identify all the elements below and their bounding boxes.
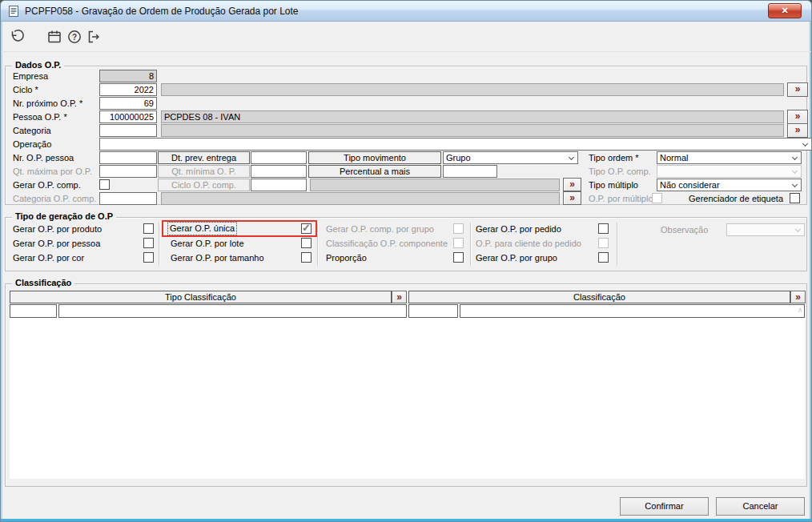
gerar-op-por-pessoa-checkbox[interactable] — [143, 238, 154, 248]
calendar-button[interactable] — [46, 29, 64, 46]
dt-prev-entrega-input[interactable] — [251, 151, 307, 164]
titlebar: PCPFP058 - Gravação de Ordem de Produção… — [1, 1, 811, 22]
gerar-op-unica-label: Gerar O.P. única — [168, 223, 236, 235]
gerar-op-por-produto-checkbox[interactable] — [143, 223, 154, 234]
gerar-op-por-tamanho-checkbox[interactable] — [301, 252, 312, 263]
app-window: PCPFP058 - Gravação de Ordem de Produção… — [0, 0, 812, 522]
exit-button[interactable] — [86, 29, 103, 46]
gerar-op-unica-checkbox[interactable] — [301, 223, 312, 234]
pessoa-op-input[interactable]: 100000025 — [99, 110, 157, 123]
gerar-op-por-cor-checkbox[interactable] — [143, 252, 154, 263]
group-tipo-geracao-legend: Tipo de geração de O.P — [12, 211, 116, 221]
tipo-movimento-value: Grupo — [446, 153, 471, 163]
tipo-classificacao-lookup-button[interactable]: » — [392, 291, 407, 303]
categoria-desc-field — [161, 124, 784, 137]
pessoa-op-lookup-button[interactable]: » — [787, 110, 808, 124]
qt-maxima-input[interactable] — [99, 165, 157, 178]
ciclo-lookup-button[interactable]: » — [787, 82, 808, 97]
column-header-tipo-classificacao: Tipo Classificação — [10, 291, 392, 303]
gerar-op-por-tamanho-label: Gerar O.P. por tamanho — [171, 253, 264, 263]
tipo-multiplo-combobox[interactable]: Não considerar — [657, 179, 802, 191]
ciclo-label: Ciclo * — [13, 85, 38, 95]
chevron-down-icon — [795, 227, 801, 232]
tipo-multiplo-value: Não considerar — [660, 180, 720, 190]
percentual-a-mais-input[interactable] — [443, 165, 497, 178]
refresh-button[interactable] — [9, 29, 26, 46]
gerar-op-por-pedido-label: Gerar O.P. por pedido — [476, 224, 561, 235]
nr-op-pessoa-input[interactable] — [99, 151, 157, 164]
table-row-cell[interactable] — [10, 304, 57, 318]
help-button[interactable]: ? — [66, 29, 84, 46]
tipo-op-comp-label: Tipo O.P. comp. — [589, 167, 651, 177]
exit-icon — [86, 29, 102, 45]
pessoa-op-desc-field: PCPDES 08 - IVAN — [161, 110, 784, 123]
divider — [159, 223, 159, 266]
refresh-icon — [9, 29, 25, 45]
group-classificacao-legend: Classificação — [12, 278, 74, 287]
chevron-down-icon — [792, 168, 798, 174]
cancelar-button[interactable]: Cancelar — [716, 497, 805, 516]
column-header-classificacao: Classificação — [408, 291, 790, 303]
gerar-op-por-pessoa-label: Gerar O.P. por pessoa — [13, 239, 100, 249]
op-por-multiplo-label: O.P. por múltiplo — [589, 194, 653, 204]
gerar-op-comp-label: Gerar O.P. comp. — [13, 180, 81, 191]
group-classificacao: Classificação Tipo Classificação » Class… — [5, 283, 807, 487]
gerenciador-etiqueta-checkbox[interactable] — [790, 193, 800, 203]
dt-prev-entrega-label: Dt. prev. entrega — [158, 151, 250, 164]
gerar-op-comp-por-grupo-checkbox — [453, 223, 464, 234]
group-dados-op: Dados O.P. Empresa 8 Ciclo * 2022 » Nr. … — [5, 66, 807, 205]
categoria-op-comp-lookup-button[interactable]: » — [563, 191, 581, 205]
nr-proximo-op-input[interactable]: 69 — [99, 97, 157, 110]
observacao-combobox — [726, 223, 805, 236]
ciclo-op-comp-input[interactable] — [251, 179, 307, 191]
classificacao-lookup-button[interactable]: » — [790, 291, 806, 303]
app-icon — [7, 5, 20, 18]
divider — [470, 223, 471, 266]
ciclo-op-comp-lookup-button[interactable]: » — [563, 178, 581, 191]
operacao-combobox[interactable] — [99, 138, 812, 151]
ciclo-desc-field — [161, 83, 784, 96]
table-row-cell[interactable] — [408, 304, 458, 318]
table-row-cell[interactable] — [58, 304, 407, 318]
tipo-movimento-combobox[interactable]: Grupo — [443, 151, 578, 164]
ciclo-input[interactable]: 2022 — [99, 83, 157, 96]
classificacao-table-body[interactable] — [10, 304, 805, 479]
tipo-op-comp-combobox — [657, 165, 802, 178]
gerar-op-por-lote-checkbox[interactable] — [301, 238, 312, 248]
chevron-down-icon — [569, 155, 574, 160]
op-para-cliente-do-pedido-checkbox — [598, 238, 609, 248]
tipo-ordem-combobox[interactable]: Normal — [657, 151, 802, 164]
qt-minima-label: Qt. mínima O. P. — [158, 165, 250, 178]
close-button[interactable]: ✕ — [768, 3, 802, 18]
close-icon: ✕ — [781, 6, 788, 15]
table-row-cell[interactable] — [460, 304, 805, 318]
nr-op-pessoa-label: Nr. O.P. pessoa — [13, 153, 74, 163]
gerar-op-comp-checkbox[interactable] — [99, 179, 110, 190]
categoria-op-comp-input[interactable] — [99, 192, 157, 205]
gerar-op-por-pedido-checkbox[interactable] — [598, 223, 609, 234]
gerar-op-por-grupo-checkbox[interactable] — [598, 252, 609, 263]
chevron-down-icon — [802, 141, 808, 147]
svg-text:?: ? — [72, 33, 77, 42]
toolbar: ? — [1, 22, 811, 52]
tipo-ordem-label: Tipo ordem * — [589, 153, 639, 163]
group-tipo-geracao: Tipo de geração de O.P Gerar O.P. por pr… — [5, 217, 807, 271]
qt-minima-input[interactable] — [251, 165, 307, 178]
qt-maxima-label: Qt. máxima por O.P. — [13, 167, 92, 177]
scroll-up-icon[interactable]: ∧ — [798, 307, 803, 314]
categoria-lookup-button[interactable]: » — [787, 123, 808, 138]
divider — [317, 223, 318, 266]
divider — [617, 223, 617, 266]
classificacao-op-componente-checkbox — [453, 238, 464, 248]
tipo-ordem-value: Normal — [660, 153, 688, 163]
help-icon: ? — [66, 29, 82, 45]
percentual-a-mais-label: Percentual a mais — [308, 165, 441, 178]
categoria-op-comp-label: Categoria O.P. comp. — [13, 194, 96, 204]
categoria-input[interactable] — [99, 124, 157, 137]
proporcao-checkbox[interactable] — [453, 252, 464, 263]
tipo-movimento-label: Tipo movimento — [308, 151, 441, 164]
tipo-multiplo-label: Tipo múltiplo — [589, 180, 638, 191]
confirmar-button[interactable]: Confirmar — [620, 497, 709, 516]
op-por-multiplo-checkbox — [652, 193, 662, 203]
window-title: PCPFP058 - Gravação de Ordem de Produção… — [25, 6, 299, 17]
